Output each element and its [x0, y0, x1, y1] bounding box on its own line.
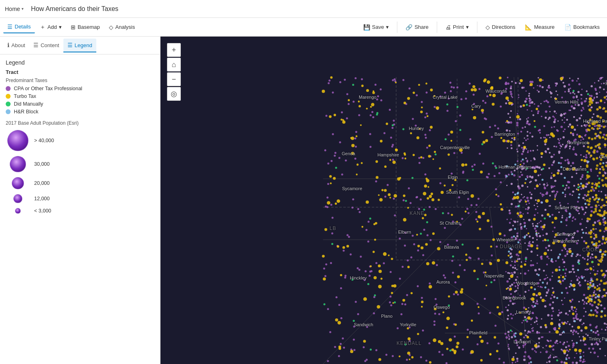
svg-point-1685 — [516, 115, 520, 119]
svg-point-1349 — [529, 236, 531, 238]
svg-point-174 — [436, 264, 438, 266]
svg-point-836 — [509, 297, 511, 299]
svg-point-1779 — [437, 247, 440, 250]
zoom-in-button[interactable]: + — [167, 43, 181, 57]
svg-point-598 — [603, 82, 605, 84]
svg-point-1405 — [579, 281, 581, 283]
svg-point-1748 — [397, 177, 400, 180]
add-button[interactable]: ＋ Add ▾ — [36, 21, 66, 33]
svg-point-383 — [517, 113, 518, 114]
svg-point-1394 — [592, 348, 594, 350]
svg-point-1272 — [526, 228, 527, 229]
svg-point-1539 — [434, 95, 436, 97]
map-area[interactable]: MarengoWaucondaMundeleinCrystal LakeCary… — [160, 37, 607, 364]
svg-point-1423 — [566, 250, 569, 253]
svg-point-86 — [360, 256, 362, 258]
svg-point-1453 — [549, 278, 551, 280]
svg-point-1768 — [572, 167, 575, 171]
analysis-button[interactable]: ◇ Analysis — [105, 22, 139, 33]
svg-point-1043 — [561, 215, 563, 217]
svg-point-1595 — [455, 345, 458, 348]
svg-point-706 — [539, 222, 540, 223]
home-map-button[interactable]: ⌂ — [167, 58, 181, 72]
svg-point-205 — [465, 98, 467, 100]
save-button[interactable]: 💾 Save ▾ — [359, 22, 393, 33]
svg-point-1103 — [515, 237, 516, 238]
locate-button[interactable]: ◎ — [167, 87, 181, 101]
svg-point-50 — [408, 87, 410, 89]
svg-point-1356 — [537, 206, 538, 207]
svg-point-722 — [510, 86, 512, 88]
svg-point-803 — [594, 125, 596, 127]
svg-point-1956 — [596, 288, 598, 290]
svg-point-847 — [540, 137, 542, 139]
svg-point-1003 — [528, 219, 531, 221]
svg-point-1054 — [549, 137, 551, 138]
svg-point-1559 — [407, 327, 409, 329]
svg-point-1902 — [600, 270, 603, 272]
svg-point-2158 — [590, 310, 592, 312]
svg-point-1265 — [516, 122, 518, 124]
share-button[interactable]: 🔗 Share — [401, 22, 433, 33]
svg-point-203 — [495, 188, 497, 190]
svg-point-2153 — [514, 336, 516, 338]
svg-point-1188 — [575, 362, 578, 364]
measure-button[interactable]: 📐 Measure — [521, 22, 559, 33]
basemap-button[interactable]: ⊞ Basemap — [67, 22, 104, 33]
svg-point-27 — [424, 134, 426, 136]
svg-point-1704 — [455, 323, 457, 326]
tab-about[interactable]: ℹ About — [3, 39, 29, 52]
svg-point-621 — [520, 131, 522, 133]
svg-point-1714 — [532, 293, 535, 296]
svg-point-213 — [454, 282, 456, 284]
svg-point-76 — [345, 275, 347, 277]
svg-point-2183 — [551, 258, 553, 260]
svg-point-702 — [523, 347, 525, 348]
svg-point-1371 — [511, 104, 513, 106]
svg-point-597 — [556, 193, 557, 194]
svg-point-1847 — [572, 312, 574, 315]
bookmarks-button[interactable]: 📄 Bookmarks — [560, 22, 604, 33]
svg-point-136 — [325, 115, 327, 117]
svg-point-1130 — [599, 245, 600, 246]
svg-point-557 — [538, 77, 539, 79]
svg-point-924 — [522, 151, 525, 153]
tab-content[interactable]: ☰ Content — [29, 39, 63, 52]
svg-point-254 — [421, 101, 423, 103]
svg-point-1366 — [531, 167, 533, 169]
svg-point-93 — [390, 271, 392, 273]
svg-point-1892 — [598, 135, 600, 138]
svg-point-1679 — [338, 347, 341, 350]
svg-point-1615 — [584, 326, 587, 329]
svg-point-663 — [525, 260, 527, 262]
svg-point-1341 — [542, 234, 544, 236]
svg-point-115 — [392, 158, 394, 160]
svg-point-209 — [422, 157, 424, 159]
home-button[interactable]: Home ▾ — [5, 6, 24, 12]
details-button[interactable]: ☰ Details — [3, 21, 35, 33]
svg-point-1426 — [583, 213, 585, 215]
svg-point-2172 — [559, 325, 561, 327]
svg-point-1319 — [523, 336, 525, 338]
tab-legend[interactable]: ☰ Legend — [63, 39, 96, 52]
svg-point-362 — [575, 169, 577, 171]
predominant-taxes-label: Predominant Taxes — [6, 78, 154, 83]
svg-point-1976 — [589, 109, 592, 112]
svg-point-1303 — [544, 150, 547, 153]
svg-point-2051 — [588, 129, 590, 131]
svg-point-1713 — [512, 358, 515, 361]
svg-point-1664 — [480, 340, 483, 343]
svg-point-1462 — [579, 353, 581, 355]
svg-point-1699 — [478, 215, 481, 219]
svg-point-1090 — [508, 344, 509, 345]
print-button[interactable]: 🖨 Print ▾ — [441, 22, 473, 33]
directions-button[interactable]: ◇ Directions — [481, 22, 520, 33]
svg-point-948 — [537, 303, 538, 305]
svg-point-772 — [558, 212, 560, 213]
svg-point-1599 — [419, 128, 421, 130]
svg-point-1402 — [572, 162, 574, 164]
svg-point-38 — [500, 106, 502, 108]
svg-point-1602 — [510, 141, 512, 143]
svg-point-1830 — [494, 336, 496, 338]
zoom-out-button[interactable]: − — [167, 72, 181, 86]
